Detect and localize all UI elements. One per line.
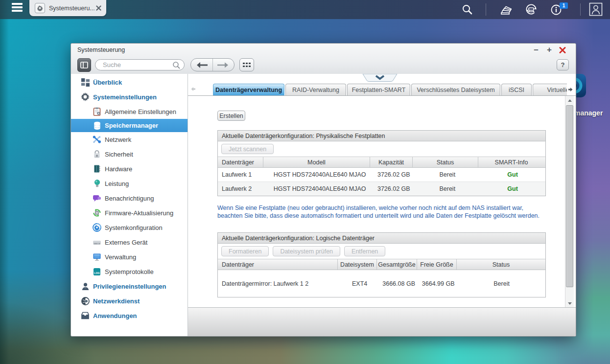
tab-raid-verwaltung[interactable]: RAID-Verwaltung xyxy=(285,84,346,95)
sidebar-item-systemkonfiguration[interactable]: Systemkonfiguration xyxy=(71,220,188,235)
tasks-stack-icon[interactable] xyxy=(498,2,513,17)
notice-line2: beachten Sie bitte, dass diese automatis… xyxy=(217,212,550,220)
sidebar-item-label: Allgemeine Einstellungen xyxy=(105,108,176,115)
help-button[interactable]: ? xyxy=(557,59,569,70)
maximize-button[interactable]: + xyxy=(545,46,554,54)
privileges-user-icon xyxy=(81,282,90,291)
back-button[interactable] xyxy=(191,59,213,71)
systemsteuerung-window: Systemsteuerung – + ? ÜberblickSystemein… xyxy=(70,43,576,337)
column-header-smart-info[interactable]: SMART-Info xyxy=(478,157,544,167)
app-grid-button[interactable] xyxy=(239,58,254,71)
tab-scroll-right-icon[interactable] xyxy=(567,85,575,94)
scroll-down-button[interactable] xyxy=(565,299,574,308)
window-title: Systemsteuerung xyxy=(77,46,125,53)
cell-datentr-ger: Laufwerk 1 xyxy=(218,168,267,182)
column-header-modell[interactable]: Modell xyxy=(263,157,370,167)
table-row[interactable]: Laufwerk 2HGST HDS724040ALE640 MJAO3726.… xyxy=(218,182,545,196)
scrollbar-thumb[interactable] xyxy=(566,105,573,287)
sidebar-item-systemeinstellungen[interactable]: Systemeinstellungen xyxy=(71,90,188,104)
sidebar-toggle-button[interactable] xyxy=(77,58,91,72)
window-titlebar[interactable]: Systemsteuerung – + ? xyxy=(71,44,576,74)
sidebar-item-hardware[interactable]: Hardware xyxy=(71,161,188,176)
sidebar-item-privilegieneinstellungen[interactable]: Privilegieneinstellungen xyxy=(71,279,188,294)
sidebar-item-speichermanager[interactable]: Speichermanager xyxy=(71,119,188,132)
create-button[interactable]: Erstellen xyxy=(217,111,245,121)
logical-table-header: DatenträgerDateisystemGesamtgrößeFreie G… xyxy=(218,259,545,270)
table-row[interactable]: Laufwerk 1HGST HDS724040ALE640 MJAO3726.… xyxy=(218,168,545,182)
column-header-gesamtgr-e[interactable]: Gesamtgröße xyxy=(377,259,417,270)
column-header-kapazit-t[interactable]: Kapazität xyxy=(370,157,413,167)
network-icon xyxy=(93,135,101,144)
tab-festplatten-smart[interactable]: Festplatten-SMART xyxy=(347,84,410,95)
sidebar-item-label: Sicherheit xyxy=(105,151,133,158)
sidebar-item-label: Verwaltung xyxy=(105,253,136,261)
grid-dots-icon xyxy=(243,63,251,68)
sidebar-item--berblick[interactable]: Überblick xyxy=(71,75,188,90)
sidebar-item-label: Anwendungen xyxy=(93,312,137,319)
sidebar-item-label: Netzwerk xyxy=(105,136,131,143)
tab-iscsi[interactable]: iSCSI xyxy=(501,84,532,95)
vertical-scrollbar xyxy=(565,96,574,308)
sidebar-item-benachrichtigung[interactable]: Benachrichtigung xyxy=(71,191,188,205)
collapse-chevron-button[interactable] xyxy=(362,74,398,82)
table-row[interactable]: Datenträgermirror: Laufwerk 1 2EXT43666.… xyxy=(218,270,545,297)
physical-disks-panel: Aktuelle Datenträgerkonfiguration: Physi… xyxy=(217,130,546,196)
window-controls: – + xyxy=(532,46,567,54)
taskbar-icons: 1 xyxy=(0,0,610,19)
column-header-dateisystem[interactable]: Dateisystem xyxy=(338,259,377,270)
cell-kapazit-t: 3726.02 GB xyxy=(373,182,415,196)
formatieren-button[interactable]: Formatieren xyxy=(221,246,269,256)
firmware-update-icon xyxy=(93,208,101,217)
physical-panel-title: Aktuelle Datenträgerkonfiguration: Physi… xyxy=(218,131,545,141)
search-input[interactable] xyxy=(102,61,172,69)
sidebar-nav: ÜberblickSystemeinstellungenAllgemeine E… xyxy=(71,74,188,323)
sidebar-item-netzwerk[interactable]: Netzwerk xyxy=(71,132,188,147)
sidebar-item-label: Hardware xyxy=(105,165,132,173)
user-account-icon[interactable] xyxy=(588,2,603,17)
sidebar-item-label: Netzwerkdienst xyxy=(93,297,140,305)
disk-sync-icon[interactable] xyxy=(524,2,539,17)
column-header-status[interactable]: Status xyxy=(457,259,545,270)
sidebar-item-leistung[interactable]: Leistung xyxy=(71,176,188,191)
entfernen-button[interactable]: Entfernen xyxy=(344,246,385,256)
settings-gear-icon xyxy=(81,92,90,101)
forward-button[interactable] xyxy=(213,59,235,71)
sidebar-item-allgemeine-einstellungen[interactable]: Allgemeine Einstellungen xyxy=(71,104,188,119)
sidebar-item-verwaltung[interactable]: Verwaltung xyxy=(71,250,188,264)
column-header-freie-gr-e[interactable]: Freie Größe xyxy=(417,259,457,270)
tab-datentr-gerverwaltung[interactable]: Datenträgerverwaltung xyxy=(213,84,284,95)
notification-badge: 1 xyxy=(560,2,568,9)
hardware-icon xyxy=(93,164,101,173)
sidebar-item-anwendungen[interactable]: Anwendungen xyxy=(71,308,188,323)
disk-format-notice: Wenn Sie eine Festplatte (neu oder gebra… xyxy=(217,205,550,220)
column-header-datentr-ger[interactable]: Datenträger xyxy=(218,259,338,270)
cell-status: Bereit xyxy=(415,168,480,182)
tab-verschl-sseltes-dateisystem[interactable]: Verschlüsseltes Dateisystem xyxy=(411,84,500,95)
column-header-status[interactable]: Status xyxy=(413,157,478,167)
cell-modell: HGST HDS724040ALE640 MJAO xyxy=(267,168,373,182)
info-icon[interactable]: 1 xyxy=(549,2,564,17)
sidebar-item-firmware-aktualisierung[interactable]: Firmware-Aktualisierung xyxy=(71,205,188,220)
applications-box-icon xyxy=(81,311,90,320)
close-button[interactable] xyxy=(558,46,567,54)
sidebar-item-label: Leistung xyxy=(105,180,129,187)
tab-strip: DatenträgerverwaltungRAID-VerwaltungFest… xyxy=(188,74,576,96)
minimize-button[interactable]: – xyxy=(532,46,540,54)
notice-line1: Wenn Sie eine Festplatte (neu oder gebra… xyxy=(217,205,550,212)
sidebar-item-systemprotokolle[interactable]: LOGSystemprotokolle xyxy=(71,264,188,279)
scroll-up-button[interactable] xyxy=(565,96,574,105)
logical-panel-title: Aktuelle Datenträgerkonfiguration: Logis… xyxy=(218,233,545,244)
sidebar-item-sicherheit[interactable]: Sicherheit xyxy=(71,147,188,161)
system-logs-icon: LOG xyxy=(93,267,101,276)
sidebar-item-externes-ger-t[interactable]: Externes Gerät xyxy=(71,235,188,250)
search-icon[interactable] xyxy=(460,2,474,17)
performance-bulb-icon xyxy=(93,179,101,188)
scan-now-button[interactable]: Jetzt scannen xyxy=(221,144,274,154)
taskbar-separator xyxy=(580,3,581,16)
cell-datentr-ger: Datenträgermirror: Laufwerk 1 2 xyxy=(218,270,340,297)
search-box xyxy=(95,59,185,70)
sidebar-item-netzwerkdienst[interactable]: Netzwerkdienst xyxy=(71,294,188,308)
dateisystem-pr-fen-button[interactable]: Dateisystem prüfen xyxy=(273,246,340,256)
tab-virtuelles[interactable]: Virtuelles xyxy=(533,84,567,95)
column-header-datentr-ger[interactable]: Datenträger xyxy=(218,157,263,167)
